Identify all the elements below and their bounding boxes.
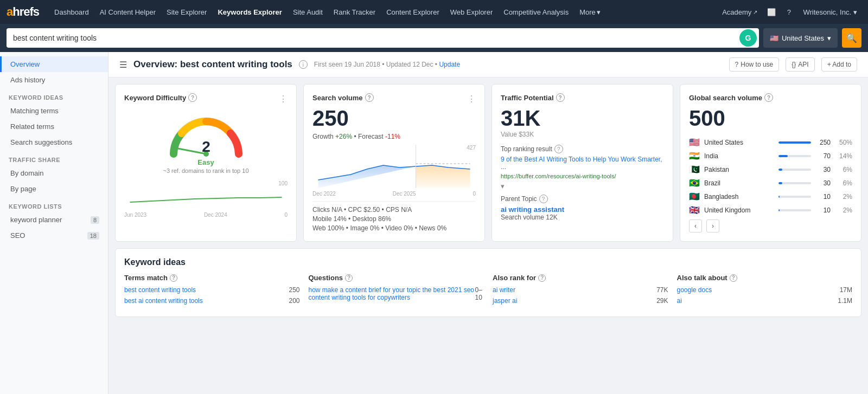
search-button[interactable]: 🔍 [842, 28, 861, 48]
expand-icon[interactable]: ▾ [501, 182, 664, 190]
gsv-bar-wrap [778, 196, 811, 198]
sidebar-item-overview[interactable]: Overview [0, 56, 108, 72]
gsv-count: 70 [815, 152, 831, 160]
ki-term-value: 200 [289, 297, 299, 305]
gsv-country-row: 🇺🇸 United States 250 50% [689, 137, 852, 147]
sidebar-item-by-page[interactable]: By page [0, 181, 108, 197]
ki-term-link[interactable]: google docs [677, 286, 712, 294]
ki-term-link[interactable]: best content writing tools [124, 286, 196, 294]
ki-col-info-icon[interactable]: ? [170, 274, 177, 282]
country-flag: 🇧🇷 [689, 178, 700, 188]
gsv-pct: 14% [835, 152, 852, 160]
nav-academy[interactable]: Academy ↗ [718, 6, 762, 18]
gsv-bar-wrap [778, 169, 811, 171]
sidebar-item-by-domain[interactable]: By domain [0, 165, 108, 181]
how-to-button[interactable]: ? How to use [729, 57, 780, 72]
sidebar-item-search-suggestions[interactable]: Search suggestions [0, 134, 108, 150]
nav-keywords-explorer[interactable]: Keywords Explorer [213, 6, 286, 18]
ki-col-info-icon[interactable]: ? [538, 274, 546, 282]
sv-menu-icon[interactable]: ⋮ [467, 94, 476, 104]
nav-competitive-analysis[interactable]: Competitive Analysis [499, 6, 573, 18]
sidebar: Overview Ads history Keyword ideas Match… [0, 52, 108, 394]
gsv-card-title: Global search volume [689, 94, 762, 102]
ki-term-link[interactable]: jasper ai [493, 297, 517, 305]
sv-chart [312, 145, 476, 188]
sidebar-item-seo[interactable]: SEO 18 [0, 228, 108, 243]
chevron-down-icon: ▾ [853, 8, 857, 16]
ki-col-info-icon[interactable]: ? [345, 274, 353, 282]
gsv-bar-wrap [778, 182, 811, 184]
sidebar-item-matching-terms[interactable]: Matching terms [0, 103, 108, 119]
gsv-pct: 6% [835, 166, 852, 173]
nav-rank-tracker[interactable]: Rank Tracker [329, 6, 380, 18]
gsv-navigation: ‹ › [689, 219, 852, 232]
sv-forecast-value: -11% [385, 133, 400, 140]
add-to-button[interactable]: + Add to [821, 57, 857, 72]
user-account[interactable]: Writesonic, Inc. ▾ [799, 6, 861, 18]
nav-web-explorer[interactable]: Web Explorer [446, 6, 497, 18]
ki-item: jasper ai 29K [493, 297, 668, 305]
tp-ranking-info-icon[interactable]: ? [554, 145, 563, 153]
hamburger-icon[interactable]: ☰ [119, 60, 127, 70]
ki-column: Also talk about ? google docs 17M ai 1.1… [677, 274, 853, 308]
tp-ranking-title[interactable]: 9 of the Best AI Writing Tools to Help Y… [501, 156, 664, 171]
search-icon: 🔍 [846, 33, 857, 43]
ki-term-value: 17M [840, 286, 852, 294]
ki-term-link[interactable]: ai writer [493, 286, 515, 294]
ki-term-value: 250 [289, 286, 299, 294]
ki-term-link[interactable]: ai [677, 297, 682, 305]
sidebar-item-keyword-planner[interactable]: keyword planner 8 [0, 212, 108, 228]
gsv-info-icon[interactable]: ? [764, 93, 773, 102]
gsv-country-row: 🇵🇰 Pakistan 30 6% [689, 164, 852, 175]
window-icon[interactable]: ⬜ [764, 4, 779, 20]
nav-site-audit[interactable]: Site Audit [289, 6, 327, 18]
nav-ai-content[interactable]: AI Content Helper [95, 6, 160, 18]
gsv-bar [778, 196, 780, 198]
gsv-bar [778, 209, 780, 211]
svg-text:2: 2 [202, 138, 210, 155]
api-icon: {} [792, 61, 796, 68]
nav-content-explorer[interactable]: Content Explorer [382, 6, 444, 18]
ki-col-info-icon[interactable]: ? [730, 274, 737, 282]
kd-label: Easy [124, 158, 288, 166]
ki-column: Questions ? how make a content brief for… [309, 274, 484, 308]
ki-item: best content writing tools 250 [124, 286, 300, 294]
gsv-prev-button[interactable]: ‹ [689, 219, 702, 232]
gsv-bar-wrap [778, 141, 811, 144]
kd-y-label: 100 [278, 180, 288, 186]
sv-detail-device: Mobile 14% • Desktop 86% [312, 215, 476, 223]
kd-menu-icon[interactable]: ⋮ [279, 94, 288, 104]
sidebar-item-ads-history[interactable]: Ads history [0, 72, 108, 88]
country-name: United States [704, 139, 774, 146]
tp-parent-info-icon[interactable]: ? [539, 195, 548, 203]
update-link[interactable]: Update [439, 61, 460, 68]
ki-term-value: 0–10 [475, 286, 484, 301]
sidebar-section-keyword-ideas: Keyword ideas [0, 88, 108, 103]
nav-dashboard[interactable]: Dashboard [50, 6, 93, 18]
gsv-bar [778, 169, 782, 171]
gsv-next-button[interactable]: › [706, 219, 719, 232]
kd-info-icon[interactable]: ? [188, 93, 197, 102]
search-input[interactable] [7, 29, 739, 47]
tp-sub: Value $33K [501, 131, 664, 138]
ki-term-link[interactable]: how make a content brief for your topic … [309, 286, 475, 301]
tp-ranking-url[interactable]: https://buffer.com/resources/ai-writing-… [501, 173, 616, 179]
logo[interactable]: ahrefs [7, 5, 39, 19]
country-selector[interactable]: 🇺🇸 United States ▾ [763, 28, 838, 48]
sv-info-icon[interactable]: ? [365, 93, 374, 102]
sv-date-start: Dec 2022 [312, 191, 336, 197]
tp-card-title: Traffic Potential [501, 94, 554, 102]
sidebar-item-related-terms[interactable]: Related terms [0, 119, 108, 134]
sv-card: Search volume ? ⋮ 250 Growth +26% • Fore… [303, 84, 485, 242]
gsv-bar [778, 155, 788, 157]
kd-date-end: Dec 2024 [204, 212, 227, 218]
nav-more[interactable]: More ▾ [575, 6, 605, 18]
help-icon[interactable]: ? [781, 4, 796, 20]
gsv-country-row: 🇧🇩 Bangladesh 10 2% [689, 191, 852, 202]
api-button[interactable]: {} API [786, 57, 814, 72]
info-icon[interactable]: i [299, 60, 308, 69]
ki-term-link[interactable]: best ai content writing tools [124, 297, 203, 305]
nav-site-explorer[interactable]: Site Explorer [162, 6, 211, 18]
tp-info-icon[interactable]: ? [556, 93, 565, 102]
tp-parent-link[interactable]: ai writing assistant [501, 205, 664, 214]
